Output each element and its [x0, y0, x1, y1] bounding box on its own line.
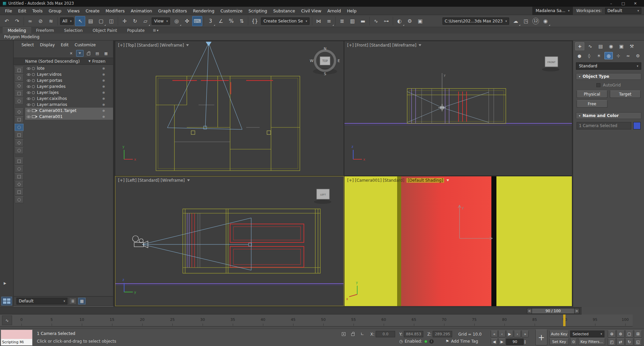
maximize-viewport-icon[interactable]: ◱: [634, 338, 642, 346]
explorer-filter-button-active[interactable]: [15, 124, 23, 131]
set-keys-button[interactable]: +: [535, 330, 547, 345]
explorer-menu-customize[interactable]: Customize: [72, 43, 99, 47]
explorer-filter-button[interactable]: [15, 139, 23, 146]
physical-camera-button[interactable]: Physical: [577, 91, 607, 98]
current-frame-field[interactable]: 90: [506, 339, 524, 345]
menu-file[interactable]: File: [2, 7, 15, 15]
select-object-icon[interactable]: ↖: [75, 16, 85, 26]
frame-back-icon[interactable]: ◀: [491, 338, 498, 345]
mini-curve-editor-icon[interactable]: ∿: [2, 315, 12, 325]
sort-icon[interactable]: ▼: [89, 60, 91, 63]
zoom-region-icon[interactable]: ◰: [608, 338, 616, 346]
render-production-icon[interactable]: ◉: [540, 16, 550, 26]
previous-key-icon[interactable]: ‹: [498, 331, 505, 337]
visibility-icon[interactable]: [27, 67, 31, 70]
isolate-selection-icon[interactable]: [340, 331, 347, 337]
close-button[interactable]: ✕: [629, 0, 641, 7]
state-sets-icon[interactable]: ◳: [521, 16, 531, 26]
viewport-label-text[interactable]: [+] [Camera001] [Standard]: [347, 178, 404, 183]
spin-down-icon[interactable]: ▼: [524, 342, 526, 344]
object-type-header[interactable]: ▾ Object Type: [576, 73, 641, 80]
key-mode-icon[interactable]: ⊙: [570, 338, 577, 345]
explorer-filter-button[interactable]: [15, 173, 23, 180]
hierarchy-tab-icon[interactable]: ▤: [596, 42, 605, 50]
key-filters-button[interactable]: Key Filters...: [578, 338, 605, 345]
select-and-scale-icon[interactable]: ▱: [140, 16, 150, 26]
zoom-extents-all-icon[interactable]: ⊞: [634, 330, 642, 338]
explorer-filter-button[interactable]: [15, 108, 23, 115]
angle-snap-icon[interactable]: ∠: [216, 16, 226, 26]
visibility-icon[interactable]: [27, 104, 31, 106]
rendered-frame-window-icon[interactable]: ▣: [415, 16, 425, 26]
explorer-filter-button[interactable]: [15, 196, 23, 203]
list-item[interactable]: Layer:paredes❄: [25, 83, 113, 90]
list-item[interactable]: Layer:armarios❄: [25, 102, 113, 108]
list-item[interactable]: Layer:caixilhos❄: [25, 96, 113, 102]
add-time-tag-label[interactable]: Add Time Tag: [451, 339, 478, 344]
redo-icon[interactable]: ↷: [12, 16, 22, 26]
explorer-filter-button[interactable]: [15, 67, 23, 74]
expand-arrow-icon[interactable]: ▶: [4, 281, 6, 285]
edit-named-sets-icon[interactable]: {}: [250, 16, 260, 26]
explorer-column-header[interactable]: Name (Sorted Descending) ▼ Frozen: [14, 58, 113, 65]
material-editor-icon[interactable]: ◐: [394, 16, 405, 26]
frozen-icon[interactable]: ❄: [94, 91, 113, 95]
list-item[interactable]: Layer:portas❄: [25, 77, 113, 83]
frozen-icon[interactable]: ❄: [94, 115, 113, 119]
keyboard-override-icon[interactable]: ⌨: [192, 16, 202, 26]
undo-icon[interactable]: ↶: [2, 16, 12, 26]
target-camera-button[interactable]: Target: [610, 91, 641, 98]
list-item-selected[interactable]: Camera001❄: [25, 114, 113, 120]
maxscript-mini-listener[interactable]: Scripting Mi: [1, 330, 33, 346]
listener-script-pane[interactable]: Scripting Mi: [1, 339, 32, 345]
frozen-icon[interactable]: ❄: [94, 109, 113, 113]
frozen-icon[interactable]: ❄: [94, 73, 113, 76]
next-frame-icon[interactable]: >: [574, 308, 579, 314]
clear-search-icon[interactable]: ✕: [67, 50, 75, 57]
explorer-filter-button[interactable]: [15, 90, 23, 97]
modify-tab-icon[interactable]: ∿: [586, 42, 595, 50]
visibility-icon[interactable]: [27, 73, 31, 76]
explorer-filter-button[interactable]: [15, 131, 23, 138]
frozen-icon[interactable]: ❄: [94, 79, 113, 82]
front-viewport-canvas[interactable]: y: [344, 41, 572, 175]
named-selection-sets-select[interactable]: Create Selection Se ▾: [261, 17, 309, 25]
minimize-button[interactable]: –: [605, 0, 617, 7]
tab-selection[interactable]: Selection: [59, 27, 88, 34]
selection-set-select[interactable]: Selected ▾: [570, 331, 604, 337]
tab-object-paint[interactable]: Object Paint: [88, 27, 122, 34]
name-column-header[interactable]: Name (Sorted Descending): [25, 59, 89, 64]
explorer-filter-button[interactable]: [15, 74, 23, 81]
menu-edit[interactable]: Edit: [15, 7, 29, 15]
orbit-icon[interactable]: ↻: [625, 338, 633, 346]
absolute-offset-toggle-icon[interactable]: ∟: [359, 331, 366, 337]
spinner-snap-icon[interactable]: ⇅: [236, 16, 247, 26]
go-to-end-icon[interactable]: »: [522, 331, 529, 337]
percent-snap-icon[interactable]: %: [226, 16, 236, 26]
unlink-selection-icon[interactable]: ⊘: [36, 16, 46, 26]
camera-type-select[interactable]: Standard ▾: [576, 62, 641, 70]
z-field[interactable]: 289.295: [433, 331, 452, 337]
shading-mode-chip[interactable]: [Default Shading]: [407, 178, 444, 183]
update-badge[interactable]: 12: [532, 18, 539, 24]
selection-lock-icon[interactable]: [350, 331, 356, 337]
motion-tab-icon[interactable]: ◉: [606, 42, 615, 50]
render-in-cloud-icon[interactable]: ☁: [511, 16, 521, 26]
select-and-move-icon[interactable]: ✛: [119, 16, 129, 26]
user-account-menu[interactable]: Madalena Sa... ▾: [532, 7, 573, 15]
mirror-icon[interactable]: ⋈: [314, 16, 324, 26]
pan-icon[interactable]: ⇄: [616, 338, 625, 346]
menu-graph-editors[interactable]: Graph Editors: [155, 7, 190, 15]
enabled-led[interactable]: [424, 340, 427, 343]
per-viewport-filter-icon[interactable]: [446, 179, 449, 181]
zoom-all-icon[interactable]: ⊛: [616, 330, 625, 338]
previous-frame-icon[interactable]: <: [527, 308, 532, 314]
menu-arnold[interactable]: Arnold: [324, 7, 344, 15]
utilities-tab-icon[interactable]: ⚒: [627, 42, 636, 50]
snap-toggle-icon[interactable]: 3: [205, 16, 215, 26]
select-by-name-icon[interactable]: ▤: [86, 16, 96, 26]
create-tab-icon[interactable]: +: [575, 42, 584, 50]
maximize-button[interactable]: □: [617, 0, 629, 7]
toggle-scene-explorer-icon[interactable]: ▥: [347, 16, 358, 26]
use-pivot-center-icon[interactable]: ◎: [171, 16, 181, 26]
